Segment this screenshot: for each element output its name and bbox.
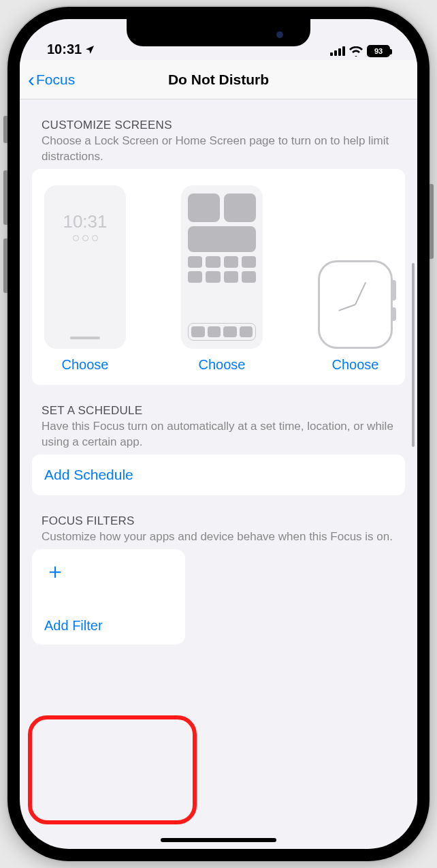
notch	[127, 19, 310, 46]
choose-home-button[interactable]: Choose	[199, 357, 246, 373]
back-label: Focus	[36, 72, 75, 88]
svg-rect-1	[334, 50, 337, 56]
scroll-indicator	[412, 263, 415, 447]
filters-header: FOCUS FILTERS Customize how your apps an…	[32, 495, 405, 549]
svg-rect-0	[330, 52, 333, 56]
location-icon	[84, 44, 95, 55]
lock-screen-preview: 10:31	[44, 185, 126, 349]
phone-frame: 10:31 93 ‹ Focus Do Not Disturb	[7, 7, 430, 861]
schedule-title: SET A SCHEDULE	[42, 404, 395, 418]
annotation-highlight	[28, 715, 197, 824]
svg-rect-2	[338, 48, 341, 56]
lock-widgets-icon	[73, 235, 98, 241]
wifi-icon	[349, 46, 363, 57]
customize-desc: Choose a Lock Screen or Home Screen page…	[42, 134, 395, 165]
chevron-left-icon: ‹	[28, 69, 35, 90]
filters-desc: Customize how your apps and device behav…	[42, 529, 395, 545]
choose-watch-button[interactable]: Choose	[332, 357, 379, 373]
watch-option[interactable]: Choose	[318, 185, 393, 373]
cellular-icon	[330, 46, 345, 56]
back-button[interactable]: ‹ Focus	[28, 69, 75, 90]
battery-icon: 93	[367, 45, 390, 57]
customize-header: CUSTOMIZE SCREENS Choose a Lock Screen o…	[32, 99, 405, 169]
add-filter-card[interactable]: ＋ Add Filter	[32, 549, 185, 645]
add-filter-label: Add Filter	[44, 618, 173, 634]
content[interactable]: CUSTOMIZE SCREENS Choose a Lock Screen o…	[20, 99, 417, 849]
add-schedule-label: Add Schedule	[44, 467, 133, 482]
choose-lock-button[interactable]: Choose	[62, 357, 109, 373]
customize-screens-card: 10:31 Choose Choose	[32, 169, 405, 385]
status-time: 10:31	[47, 42, 82, 57]
home-screen-preview	[181, 185, 263, 349]
plus-icon: ＋	[44, 560, 173, 582]
nav-bar: ‹ Focus Do Not Disturb	[20, 60, 417, 99]
page-title: Do Not Disturb	[20, 72, 417, 88]
watch-preview	[318, 260, 393, 349]
home-screen-option[interactable]: Choose	[181, 185, 263, 373]
lock-time: 10:31	[63, 211, 107, 232]
customize-title: CUSTOMIZE SCREENS	[42, 119, 395, 132]
home-indicator[interactable]	[161, 838, 276, 842]
schedule-header: SET A SCHEDULE Have this Focus turn on a…	[32, 385, 405, 454]
battery-level: 93	[374, 47, 383, 55]
side-button	[430, 184, 434, 259]
schedule-desc: Have this Focus turn on automatically at…	[42, 419, 395, 450]
svg-rect-3	[342, 46, 345, 56]
screen: 10:31 93 ‹ Focus Do Not Disturb	[20, 19, 417, 849]
lock-screen-option[interactable]: 10:31 Choose	[44, 185, 126, 373]
filters-title: FOCUS FILTERS	[42, 514, 395, 528]
add-schedule-row[interactable]: Add Schedule	[32, 454, 405, 495]
